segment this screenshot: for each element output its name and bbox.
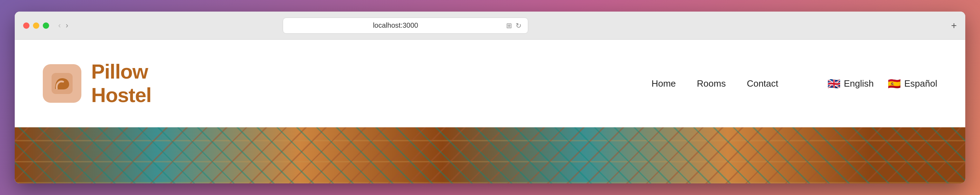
nav-buttons: ‹ › <box>58 21 68 30</box>
language-switcher: 🇬🇧 English 🇪🇸 Español <box>827 78 937 90</box>
logo-area: Pillow Hostel <box>43 60 151 106</box>
site-nav: Home Rooms Contact 🇬🇧 English 🇪🇸 Español <box>651 78 937 90</box>
english-flag: 🇬🇧 <box>827 78 840 90</box>
nav-home[interactable]: Home <box>651 78 676 89</box>
tile-pattern <box>15 127 965 184</box>
lang-spanish[interactable]: 🇪🇸 Español <box>888 78 937 90</box>
logo-line2: Hostel <box>91 84 151 107</box>
address-text: localhost:3000 <box>290 21 502 30</box>
close-button[interactable] <box>23 22 29 29</box>
logo-text: Pillow Hostel <box>91 60 151 106</box>
traffic-lights <box>23 22 49 29</box>
lang-english[interactable]: 🇬🇧 English <box>827 78 874 90</box>
logo-icon <box>43 64 81 103</box>
back-button[interactable]: ‹ <box>58 21 61 30</box>
address-bar-icons: ⊞ ↻ <box>506 21 522 30</box>
forward-button[interactable]: › <box>65 21 68 30</box>
english-label: English <box>844 78 874 89</box>
logo-line1: Pillow <box>91 60 151 84</box>
site-header: Pillow Hostel Home Rooms Contact 🇬🇧 Engl… <box>15 40 965 127</box>
spanish-flag: 🇪🇸 <box>888 78 901 90</box>
nav-contact[interactable]: Contact <box>747 78 778 89</box>
hero-image-strip <box>15 127 965 184</box>
refresh-icon[interactable]: ↻ <box>515 21 522 30</box>
nav-rooms[interactable]: Rooms <box>697 78 726 89</box>
page-content: Pillow Hostel Home Rooms Contact 🇬🇧 Engl… <box>15 40 965 184</box>
logo-svg <box>50 71 74 96</box>
maximize-button[interactable] <box>43 22 49 29</box>
translate-icon[interactable]: ⊞ <box>506 21 512 30</box>
minimize-button[interactable] <box>33 22 39 29</box>
spanish-label: Español <box>904 78 937 89</box>
title-bar: ‹ › localhost:3000 ⊞ ↻ + <box>15 11 965 40</box>
browser-window: ‹ › localhost:3000 ⊞ ↻ + <box>15 11 965 184</box>
address-bar[interactable]: localhost:3000 ⊞ ↻ <box>283 17 528 34</box>
new-tab-button[interactable]: + <box>951 20 957 31</box>
